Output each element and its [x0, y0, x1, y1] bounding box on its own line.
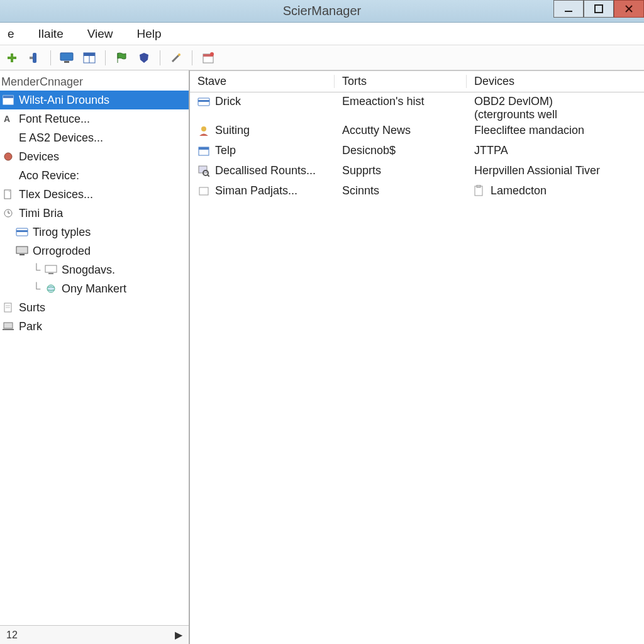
window-title: ScierManager [283, 4, 362, 18]
tree-item-label: Tlex Desices... [19, 188, 93, 201]
tree-item-4[interactable]: Aco Revice: [0, 166, 189, 185]
tree-item-label: Orrogroded [33, 245, 91, 258]
cell-c2-label: Accutty News [342, 124, 411, 137]
svg-rect-30 [45, 265, 57, 272]
cell-c1-label: Drick [215, 95, 241, 108]
menu-item-3[interactable]: Help [133, 26, 165, 42]
svg-point-17 [210, 52, 214, 56]
font-icon: A [1, 112, 15, 126]
svg-rect-31 [48, 273, 53, 274]
sidebar: MenderCnnager Wilst-Ani DroundsAFont Ret… [0, 70, 190, 644]
close-button[interactable] [614, 0, 644, 18]
connect-icon[interactable] [26, 50, 43, 66]
cell-c3a: Fleecliftee mandacion [474, 124, 584, 137]
clipboard-icon [474, 185, 487, 197]
card-icon [197, 96, 210, 108]
tree-item-10[interactable]: └Ony Mankert [0, 279, 189, 298]
tree-item-label: Surts [19, 301, 45, 314]
tree-item-8[interactable]: Orrogroded [0, 242, 189, 260]
cell-c3: OBD2 DevlOM)(ctergrounts well [467, 95, 644, 121]
tree-item-11[interactable]: Surts [0, 298, 189, 317]
svg-rect-42 [199, 147, 209, 150]
wand-icon[interactable] [168, 50, 184, 66]
svg-rect-1 [595, 5, 602, 13]
toolbar-separator [192, 50, 192, 65]
list-row-3[interactable]: Decallised Rounts...SupprtsHerpvillen As… [190, 162, 644, 182]
menu-item-1[interactable]: Ilaite [35, 26, 67, 42]
cell-c3a: OBD2 DevlOM) [474, 95, 553, 108]
cell-c3: Lamedcton [467, 184, 644, 197]
tree-item-0[interactable]: Wilst-Ani Drounds [0, 91, 189, 109]
cell-c2: Accutty News [335, 124, 467, 137]
svg-rect-36 [4, 323, 13, 328]
list-row-4[interactable]: Siman Padjats...ScinntsLamedcton [190, 182, 644, 202]
tree-item-9[interactable]: └Snogdavs. [0, 260, 189, 279]
tree-item-label: E AS2 Devices... [19, 131, 103, 145]
svg-rect-48 [477, 185, 480, 187]
tree-item-1[interactable]: AFont Retuce... [0, 109, 189, 128]
menu-item-2[interactable]: View [84, 26, 117, 42]
svg-rect-39 [198, 100, 209, 102]
minimize-button[interactable] [553, 0, 584, 18]
list-row-0[interactable]: DrickEmeaction's histOBD2 DevlOM)(ctergr… [190, 92, 644, 121]
monitor-icon [15, 244, 29, 258]
column-header-1[interactable]: Stave [190, 75, 335, 88]
tree-header[interactable]: MenderCnnager [0, 73, 189, 91]
window-controls [553, 0, 644, 18]
search-icon [197, 165, 210, 177]
add-icon[interactable] [4, 50, 20, 66]
shield-icon[interactable] [136, 50, 152, 66]
tree-item-label: Wilst-Ani Drounds [19, 94, 109, 107]
cell-c1-label: Suiting [215, 124, 250, 137]
svg-rect-7 [30, 57, 33, 59]
cell-c2-label: Emeaction's hist [342, 95, 425, 108]
cell-c1: Suiting [190, 124, 335, 137]
monitor-outline-icon [44, 263, 58, 277]
cell-c1-label: Decallised Rounts... [215, 164, 316, 177]
svg-point-32 [47, 285, 55, 292]
svg-rect-0 [565, 11, 572, 12]
svg-point-14 [178, 53, 180, 56]
tree-item-label: Snogdavs. [62, 264, 115, 277]
calendar-icon[interactable] [200, 50, 216, 66]
tree-header-label: MenderCnnager [1, 75, 83, 89]
cell-c1: Telp [190, 144, 335, 157]
tree-item-label: Devices [19, 150, 59, 164]
tree-item-5[interactable]: Tlex Desices... [0, 185, 189, 204]
svg-rect-28 [16, 247, 28, 253]
tree-item-7[interactable]: Tirog typles [0, 223, 189, 242]
list-header: Stave Torts Devices [190, 71, 644, 92]
menu-item-0[interactable]: e [4, 26, 18, 42]
none [1, 131, 15, 145]
page-icon [1, 301, 15, 314]
tree-item-2[interactable]: E AS2 Devices... [0, 128, 189, 147]
svg-text:A: A [4, 114, 10, 124]
globe-icon [44, 282, 58, 296]
svg-rect-9 [64, 61, 69, 63]
scroll-right-icon[interactable]: ▶ [175, 629, 182, 641]
list-row-2[interactable]: TelpDesicnob$JTTPA [190, 142, 644, 162]
toolbar-separator [160, 50, 160, 65]
tree-item-label: Aco Revice: [19, 169, 79, 182]
tree-item-12[interactable]: Park [0, 317, 189, 336]
cell-c3a: JTTPA [474, 144, 508, 157]
flag-icon[interactable] [113, 50, 130, 66]
menubar: e Ilaite View Help [0, 23, 644, 45]
tree-item-6[interactable]: Timi Bria [0, 204, 189, 223]
column-header-3[interactable]: Devices [467, 75, 644, 88]
svg-rect-27 [16, 230, 28, 232]
cell-c1-label: Siman Padjats... [215, 184, 297, 197]
column-header-2[interactable]: Torts [335, 75, 467, 88]
svg-point-40 [201, 126, 206, 131]
list-row-1[interactable]: SuitingAccutty NewsFleecliftee mandacion [190, 121, 644, 142]
main-panel: Stave Torts Devices DrickEmeaction's his… [190, 70, 644, 644]
cell-c2-label: Supprts [342, 164, 381, 177]
cell-c1: Siman Padjats... [190, 184, 335, 197]
maximize-button[interactable] [584, 0, 614, 18]
titlebar: ScierManager [0, 0, 644, 23]
sheet-icon[interactable] [81, 50, 97, 66]
monitor-icon[interactable] [58, 50, 75, 66]
svg-rect-6 [33, 53, 36, 63]
svg-rect-8 [60, 53, 73, 60]
tree-item-3[interactable]: Devices [0, 147, 189, 166]
